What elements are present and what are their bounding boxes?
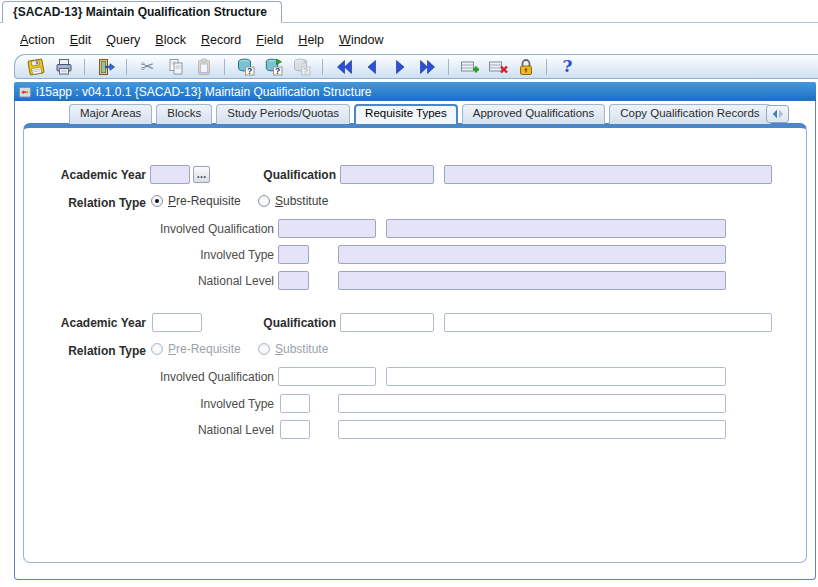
- menu-bar: Action Edit Query Block Record Field Hel…: [20, 33, 384, 47]
- copy-icon[interactable]: [165, 56, 186, 77]
- involved-qualification-label: Involved Qualification: [124, 222, 274, 236]
- tab-scroll-left-icon: [772, 109, 784, 119]
- window-titlebar[interactable]: i15app : v04.1.0.1 {SACAD-13} Maintain Q…: [14, 82, 816, 101]
- next-block-icon[interactable]: [417, 56, 438, 77]
- academic-year-label: Academic Year: [44, 168, 146, 182]
- svg-text:?: ?: [275, 65, 280, 75]
- academic-year-lov-button[interactable]: …: [193, 166, 210, 183]
- menu-record[interactable]: Record: [201, 33, 241, 47]
- cancel-query-icon: x?: [291, 56, 312, 77]
- national-level-code-field[interactable]: [278, 271, 309, 290]
- relation-type-label: Relation Type: [44, 196, 146, 210]
- window-body: Major Areas Blocks Study Periods/Quotas …: [14, 101, 816, 580]
- pre-requisite-radio-label: Pre-Requisite: [168, 194, 241, 208]
- national-level-desc-field[interactable]: [338, 271, 726, 290]
- print-icon[interactable]: [53, 56, 74, 77]
- svg-text:?: ?: [247, 65, 252, 75]
- requisite-types-panel: Academic Year … Qualification Relation T…: [23, 123, 807, 563]
- substitute-radio-dot-2: [258, 343, 270, 355]
- pre-requisite-radio[interactable]: Pre-Requisite: [151, 194, 241, 208]
- form-tab-strip: Major Areas Blocks Study Periods/Quotas …: [69, 104, 771, 124]
- delete-record-icon[interactable]: [487, 56, 508, 77]
- insert-record-icon[interactable]: [459, 56, 480, 77]
- toolbar-separator: [84, 59, 85, 75]
- academic-year-label-2: Academic Year: [44, 316, 146, 330]
- tab-copy-qualification-records[interactable]: Copy Qualification Records: [609, 104, 770, 124]
- involved-type-code-field[interactable]: [278, 245, 309, 264]
- national-level-code-field-2[interactable]: [280, 420, 310, 439]
- qualification-code-field-2[interactable]: [340, 313, 434, 332]
- app-window-tab[interactable]: {SACAD-13} Maintain Qualification Struct…: [2, 1, 282, 22]
- menu-window[interactable]: Window: [339, 33, 383, 47]
- qualification-label-2: Qualification: [230, 316, 336, 330]
- menu-field[interactable]: Field: [256, 33, 283, 47]
- substitute-radio-2: Substitute: [258, 342, 328, 356]
- involved-qualification-desc-field[interactable]: [386, 219, 726, 238]
- cut-icon[interactable]: ✂: [137, 56, 158, 77]
- toolbar-separator: [448, 59, 449, 75]
- tab-blocks[interactable]: Blocks: [156, 104, 212, 124]
- substitute-radio[interactable]: Substitute: [258, 194, 328, 208]
- exit-icon[interactable]: [95, 56, 116, 77]
- next-record-icon[interactable]: [389, 56, 410, 77]
- toolbar-separator: [126, 59, 127, 75]
- qualification-desc-field-2[interactable]: [444, 313, 772, 332]
- menu-help[interactable]: Help: [298, 33, 324, 47]
- execute-query-icon[interactable]: ?: [263, 56, 284, 77]
- involved-qualification-code-field[interactable]: [278, 219, 376, 238]
- help-glyph: ?: [563, 58, 573, 75]
- menu-action[interactable]: Action: [20, 33, 55, 47]
- paste-icon: [193, 56, 214, 77]
- enter-query-icon[interactable]: ?: [235, 56, 256, 77]
- pre-requisite-radio-dot-2: [151, 343, 163, 355]
- involved-type-code-field-2[interactable]: [280, 394, 310, 413]
- involved-type-label: Involved Type: [124, 248, 274, 262]
- tab-scroll-button[interactable]: [766, 105, 789, 123]
- help-icon[interactable]: ?: [557, 56, 578, 77]
- involved-type-desc-field-2[interactable]: [338, 394, 726, 413]
- qualification-desc-field[interactable]: [444, 165, 772, 184]
- substitute-radio-label-2: Substitute: [275, 342, 328, 356]
- substitute-radio-label: Substitute: [275, 194, 328, 208]
- lock-record-icon[interactable]: [515, 56, 536, 77]
- svg-text:x: x: [302, 57, 307, 66]
- window-title: i15app : v04.1.0.1 {SACAD-13} Maintain Q…: [36, 85, 372, 99]
- involved-qualification-label-2: Involved Qualification: [124, 370, 274, 384]
- menu-block[interactable]: Block: [155, 33, 186, 47]
- substitute-radio-dot: [258, 195, 270, 207]
- involved-type-label-2: Involved Type: [124, 397, 274, 411]
- save-icon[interactable]: [25, 56, 46, 77]
- pre-requisite-radio-2: Pre-Requisite: [151, 342, 241, 356]
- national-level-label-2: National Level: [124, 423, 274, 437]
- cut-glyph: ✂: [141, 59, 154, 75]
- tab-study-periods-quotas[interactable]: Study Periods/Quotas: [216, 104, 350, 124]
- toolbar-separator: [224, 59, 225, 75]
- academic-year-field[interactable]: [150, 165, 190, 184]
- window-icon: [19, 86, 31, 98]
- tab-approved-qualifications[interactable]: Approved Qualifications: [462, 104, 605, 124]
- previous-block-icon[interactable]: [333, 56, 354, 77]
- national-level-label: National Level: [124, 274, 274, 288]
- previous-record-icon[interactable]: [361, 56, 382, 77]
- toolbar-separator: [322, 59, 323, 75]
- pre-requisite-radio-dot: [151, 195, 163, 207]
- toolbar: ✂ ? ? x? ?: [14, 54, 818, 79]
- involved-qualification-code-field-2[interactable]: [278, 367, 376, 386]
- qualification-code-field[interactable]: [340, 165, 434, 184]
- qualification-label: Qualification: [230, 168, 336, 182]
- involved-qualification-desc-field-2[interactable]: [386, 367, 726, 386]
- tab-major-areas[interactable]: Major Areas: [69, 104, 152, 124]
- tab-requisite-types[interactable]: Requisite Types: [354, 104, 458, 124]
- menu-edit[interactable]: Edit: [70, 33, 92, 47]
- academic-year-field-2[interactable]: [152, 313, 202, 332]
- menu-query[interactable]: Query: [106, 33, 140, 47]
- relation-type-label-2: Relation Type: [44, 344, 146, 358]
- svg-text:?: ?: [303, 65, 308, 75]
- national-level-desc-field-2[interactable]: [338, 420, 726, 439]
- toolbar-separator: [546, 59, 547, 75]
- involved-type-desc-field[interactable]: [338, 245, 726, 264]
- pre-requisite-radio-label-2: Pre-Requisite: [168, 342, 241, 356]
